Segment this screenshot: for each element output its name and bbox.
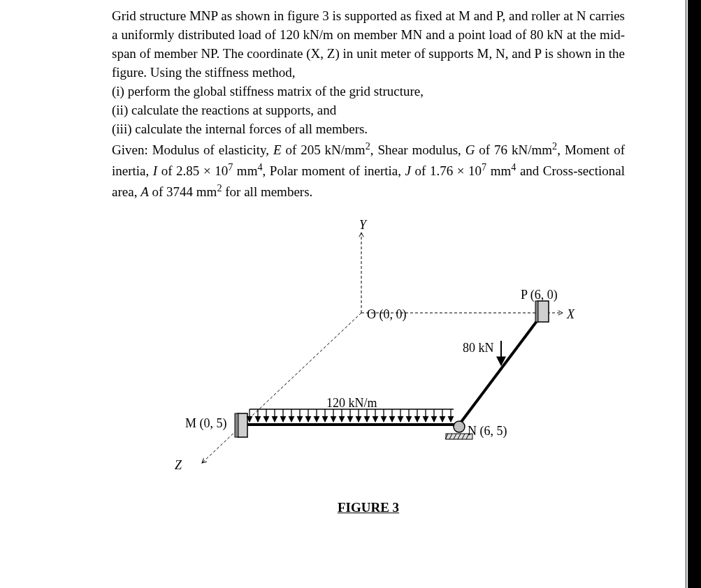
problem-text: Grid structure MNP as shown in figure 3 … [112,7,625,203]
right-rule [686,0,686,588]
given-I-post: of 2.85 × 10 [157,163,228,178]
figure-caption: FIGURE 3 [112,499,625,517]
sep1: , Shear modulus, [370,142,465,157]
svg-point-4 [454,421,465,432]
sym-E: E [273,142,282,157]
para-intro: Grid structure MNP as shown in figure 3 … [112,7,625,82]
sym-A: A [140,185,149,200]
label-P: P (6, 0) [521,286,558,304]
label-point-load: 80 kN [463,339,494,358]
page: Grid structure MNP as shown in figure 3 … [0,0,692,588]
given-J-post: of 1.76 × 10 [411,163,482,178]
svg-rect-1 [235,413,238,437]
svg-rect-0 [238,413,247,437]
sup-I-unit: 4 [257,161,262,172]
given-I-unit: mm [233,163,257,178]
label-Y: Y [359,216,366,235]
given-E-post: of 205 kN/mm [281,142,365,157]
sym-J: J [405,163,411,178]
label-M: M (0, 5) [185,415,227,433]
support-m-icon [235,413,247,437]
given-J-unit: mm [486,163,511,178]
sym-G: G [465,142,475,157]
item-i: (i) perform the global stiffness matrix … [112,82,625,101]
sep3: , Polar moment of inertia, [263,163,405,178]
given-tail: for all members. [222,185,313,200]
figure-3: Y O (0, 0) X P (6, 0) N (6, 5) M (0, 5) … [152,215,585,494]
figure-svg [152,215,585,494]
axis-z-icon [202,313,361,463]
given-pre: Given: Modulus of elasticity, [112,142,273,157]
given-G-post: of 76 kN/mm [475,142,552,157]
sup-A: 2 [217,182,222,193]
label-udl: 120 kN/m [326,395,377,413]
label-N: N (6, 5) [468,422,507,441]
item-iii: (iii) calculate the internal forces of a… [112,120,625,139]
label-Z: Z [175,457,182,475]
given-line: Given: Modulus of elasticity, E of 205 k… [112,139,625,203]
sup-E: 2 [366,140,370,152]
label-O: O (0, 0) [367,306,407,324]
member-np [459,313,543,425]
given-A-post: of 3744 mm [149,185,217,200]
label-X: X [567,306,574,324]
item-ii: (ii) calculate the reactions at supports… [112,101,625,120]
